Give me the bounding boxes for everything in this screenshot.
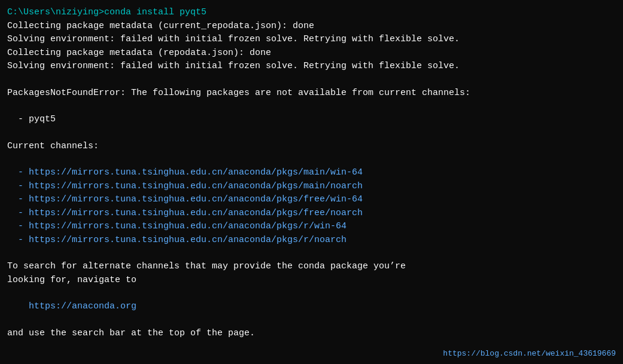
command-line: C:\Users\niziying>conda install pyqt5 bbox=[7, 6, 616, 20]
anaconda-link: https://anaconda.org bbox=[7, 300, 616, 314]
empty-line-4 bbox=[7, 153, 616, 166]
empty-line-3 bbox=[7, 127, 616, 140]
solving-line-1: Solving environment: failed with initial… bbox=[7, 33, 616, 47]
error-line: PackagesNotFoundError: The following pac… bbox=[7, 87, 616, 100]
terminal-window: C:\Users\niziying>conda install pyqt5 Co… bbox=[0, 0, 623, 364]
empty-line-6 bbox=[7, 287, 616, 300]
pyqt5-line: - pyqt5 bbox=[7, 113, 616, 127]
channel-line-2: - https://mirrors.tuna.tsinghua.edu.cn/a… bbox=[7, 180, 616, 194]
footer-link: https://blog.csdn.net/weixin_43619669 bbox=[443, 349, 616, 358]
solving-line-2: Solving environment: failed with initial… bbox=[7, 60, 616, 74]
empty-line-7 bbox=[7, 314, 616, 327]
current-channels-label: Current channels: bbox=[7, 140, 616, 154]
channel-line-3: - https://mirrors.tuna.tsinghua.edu.cn/a… bbox=[7, 193, 616, 207]
channel-line-1: - https://mirrors.tuna.tsinghua.edu.cn/a… bbox=[7, 166, 616, 180]
channel-line-6: - https://mirrors.tuna.tsinghua.edu.cn/a… bbox=[7, 234, 616, 247]
and-search-line: and use the search bar at the top of the… bbox=[7, 327, 616, 341]
empty-line-5 bbox=[7, 247, 616, 260]
to-search-line-2: looking for, navigate to bbox=[7, 274, 616, 287]
empty-line-2 bbox=[7, 100, 616, 113]
collecting-line-2: Collecting package metadata (repodata.js… bbox=[7, 47, 616, 60]
channel-line-4: - https://mirrors.tuna.tsinghua.edu.cn/a… bbox=[7, 207, 616, 221]
to-search-line-1: To search for alternate channels that ma… bbox=[7, 260, 616, 274]
empty-line-1 bbox=[7, 74, 616, 87]
channel-line-5: - https://mirrors.tuna.tsinghua.edu.cn/a… bbox=[7, 220, 616, 234]
collecting-line-1: Collecting package metadata (current_rep… bbox=[7, 20, 616, 33]
